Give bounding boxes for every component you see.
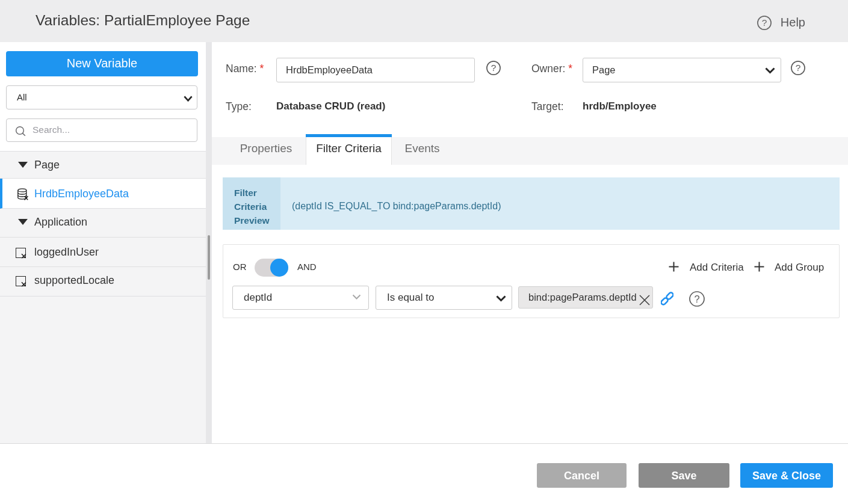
svg-text:?: ? bbox=[491, 63, 497, 73]
svg-text:?: ? bbox=[796, 63, 801, 73]
svg-text:?: ? bbox=[762, 17, 767, 28]
svg-text:?: ? bbox=[694, 293, 699, 304]
